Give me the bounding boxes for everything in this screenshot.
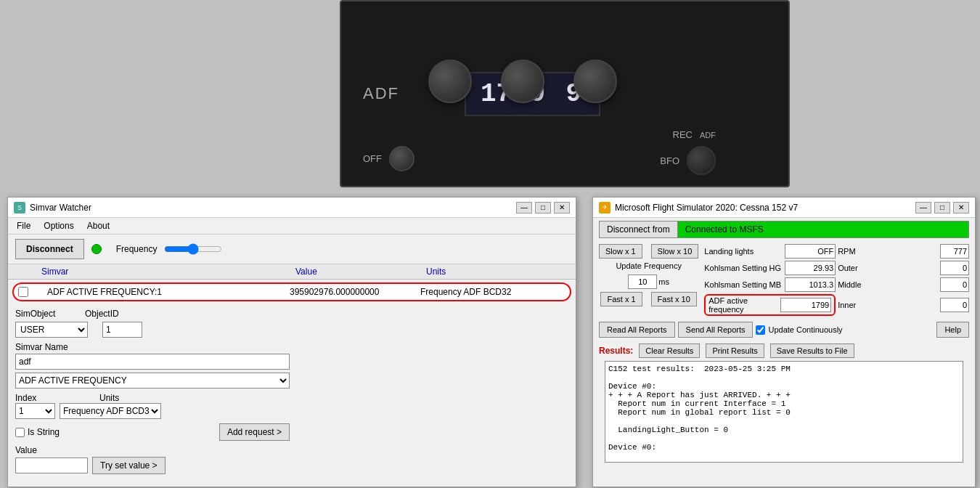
msfs-window-controls: — □ ✕ <box>915 202 969 214</box>
middle-label: Middle <box>838 280 861 289</box>
col-header-units: Units <box>426 267 571 277</box>
value-input[interactable] <box>15 458 88 473</box>
is-string-checkbox[interactable] <box>15 428 25 437</box>
try-set-button[interactable]: Try set value > <box>92 457 166 474</box>
update-freq-controls: Slow x 1 Slow x 10 Update Frequency ms F… <box>593 241 975 319</box>
units-select[interactable]: Frequency ADF BCD32 <box>60 403 161 419</box>
freq-value-input[interactable] <box>628 274 657 289</box>
send-all-reports-btn[interactable]: Send All Reports <box>678 322 754 338</box>
adf-bfo-knob[interactable] <box>687 146 716 175</box>
row-simvar: ADF ACTIVE FREQUENCY:1 <box>47 287 290 297</box>
adf-mode-label: ADF <box>700 131 716 139</box>
kohlsman-mb-input[interactable] <box>785 277 836 292</box>
row-units: Frequency ADF BCD32 <box>420 287 565 297</box>
slow-x1-btn[interactable]: Slow x 1 <box>599 244 642 259</box>
msfs-action-btns: Read All Reports Send All Reports Update… <box>593 319 975 341</box>
simvar-toolbar: Disconnect Frequency <box>8 235 576 264</box>
simvar-dropdown[interactable]: ADF ACTIVE FREQUENCY <box>15 373 290 389</box>
connection-status-dot <box>91 244 102 254</box>
index-select[interactable]: 1 <box>15 403 55 419</box>
adf-bfo-row: BFO <box>660 146 716 175</box>
inner-input[interactable] <box>940 298 969 312</box>
rpm-label: RPM <box>838 247 855 256</box>
rpm-row: RPM <box>838 244 969 259</box>
menu-options[interactable]: Options <box>41 219 76 232</box>
simvar-table-header: Simvar Value Units <box>8 264 576 280</box>
adf-knob-3[interactable] <box>573 60 617 103</box>
row-value: 395902976.000000000 <box>290 287 420 297</box>
adf-knob-1[interactable] <box>428 60 472 103</box>
results-label: Results: <box>599 346 633 356</box>
msfs-close-btn[interactable]: ✕ <box>953 202 969 214</box>
kohlsman-hg-input[interactable] <box>785 261 836 275</box>
adf-panel: ADF 17 9 9 OFF REC ADF BFO <box>340 0 790 187</box>
simvar-maximize-btn[interactable]: □ <box>535 202 551 214</box>
results-area[interactable]: C152 test results: 2023-05-25 3:25 PM De… <box>605 361 963 463</box>
simobject-label: SimObject <box>15 309 73 319</box>
update-continuously-row: Update Continuously <box>756 325 842 335</box>
adf-rec-label: REC <box>673 129 693 140</box>
print-results-btn[interactable]: Print Results <box>706 343 764 358</box>
disconnect-from-button[interactable]: Disconnect from <box>599 221 677 238</box>
fast-x10-btn[interactable]: Fast x 10 <box>651 292 697 306</box>
simvar-titlebar: S Simvar Watcher — □ ✕ <box>8 198 576 218</box>
msfs-title: Microsoft Flight Simulator 2020: Cessna … <box>615 203 798 213</box>
freq-number-row: ms <box>628 274 669 289</box>
msfs-minimize-btn[interactable]: — <box>915 202 931 214</box>
update-freq-section: Slow x 1 Slow x 10 Update Frequency ms F… <box>599 244 698 316</box>
msfs-icon: ✈ <box>599 202 611 214</box>
disconnect-button[interactable]: Disconnect <box>15 239 84 259</box>
inner-row: Inner <box>838 294 969 316</box>
simobject-select[interactable]: USER <box>15 322 88 338</box>
fast-x1-btn[interactable]: Fast x 1 <box>600 292 642 306</box>
simvar-table-row[interactable]: ADF ACTIVE FREQUENCY:1 395902976.0000000… <box>12 282 571 301</box>
results-text: C152 test results: 2023-05-25 3:25 PM De… <box>608 365 960 452</box>
msfs-title-group: ✈ Microsoft Flight Simulator 2020: Cessn… <box>599 202 798 214</box>
adf-off-switch[interactable] <box>389 146 415 171</box>
msfs-titlebar: ✈ Microsoft Flight Simulator 2020: Cessn… <box>593 198 975 218</box>
adf-label: ADF <box>363 84 399 103</box>
simvar-name-section: Simvar Name <box>15 342 290 370</box>
value-input-row: Try set value > <box>15 457 290 474</box>
adf-knob-2[interactable] <box>501 60 544 103</box>
outer-input[interactable] <box>940 261 969 275</box>
simvar-title: Simvar Watcher <box>30 203 91 213</box>
outer-row: Outer <box>838 261 969 275</box>
menu-about[interactable]: About <box>84 219 113 232</box>
settings-grid: Landing lights RPM Kohlsman Setting HG O… <box>704 244 969 316</box>
slow-row: Slow x 1 Slow x 10 <box>599 244 698 259</box>
col-header-simvar: Simvar <box>41 267 295 277</box>
simvar-name-input[interactable] <box>15 354 290 370</box>
slow-x10-btn[interactable]: Slow x 10 <box>651 244 699 259</box>
add-request-button[interactable]: Add request > <box>219 423 290 441</box>
is-string-row: Is String Add request > <box>15 423 290 441</box>
kohlsman-hg-row: Kohlsman Setting HG <box>704 261 836 275</box>
clear-results-btn[interactable]: Clear Results <box>639 343 700 358</box>
simvar-minimize-btn[interactable]: — <box>516 202 532 214</box>
simvar-close-btn[interactable]: ✕ <box>554 202 570 214</box>
units-label: Units <box>99 393 158 403</box>
update-continuously-checkbox[interactable] <box>756 325 765 335</box>
kohlsman-mb-label: Kohlsman Setting MB <box>704 280 781 289</box>
rpm-input[interactable] <box>940 244 969 259</box>
middle-input[interactable] <box>940 277 969 292</box>
msfs-maximize-btn[interactable]: □ <box>934 202 950 214</box>
help-btn[interactable]: Help <box>936 322 969 338</box>
adf-freq-input[interactable] <box>780 298 831 312</box>
menu-file[interactable]: File <box>14 219 33 232</box>
objectid-label: ObjectID <box>85 309 143 319</box>
objectid-input[interactable] <box>102 322 142 338</box>
index-units-row: Index Units <box>15 393 290 403</box>
form-left-col: SimObject ObjectID USER Simvar Name ADF … <box>15 309 290 474</box>
frequency-label: Frequency <box>116 244 158 254</box>
frequency-slider[interactable] <box>164 243 222 255</box>
read-all-reports-btn[interactable]: Read All Reports <box>599 322 675 338</box>
adf-rec-row: REC ADF <box>673 129 716 140</box>
simobject-row: SimObject ObjectID <box>15 309 290 319</box>
landing-lights-input[interactable] <box>785 244 836 259</box>
value-section: Value Try set value > <box>15 445 290 474</box>
adf-freq-label: ADF active frequency <box>709 296 777 314</box>
kohlsman-hg-label: Kohlsman Setting HG <box>704 264 781 272</box>
save-results-btn[interactable]: Save Results to File <box>770 343 854 358</box>
row-checkbox[interactable] <box>18 287 28 297</box>
